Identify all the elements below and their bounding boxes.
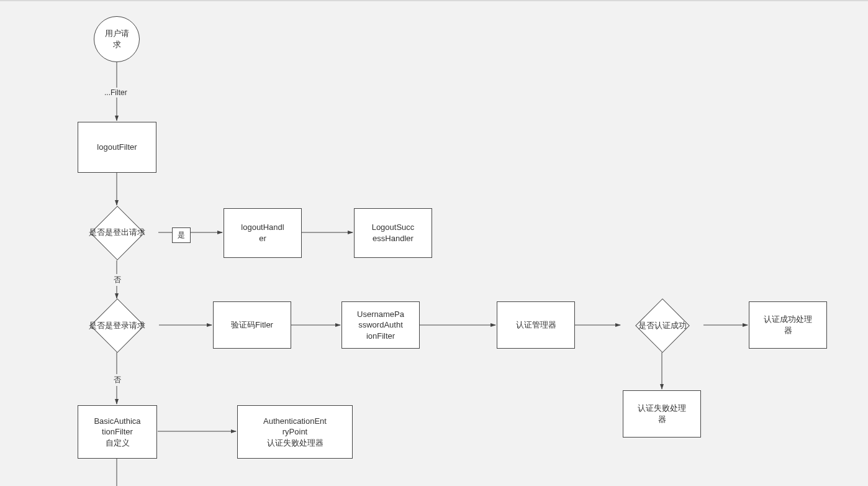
auth-manager-label: 认证管理器 [516,319,556,331]
auth-manager-node: 认证管理器 [497,301,575,349]
basic-auth-filter-node: BasicAuthica tionFilter 自定义 [78,405,157,459]
edge-label-yes: 是 [172,227,191,243]
logout-success-node: LogoutSucc essHandler [354,208,432,258]
auth-entry-point-node: AuthenticationEnt ryPoint 认证失败处理器 [237,405,353,459]
captcha-filter-node: 验证码Fitler [213,301,291,349]
is-logout-decision [90,206,145,260]
logout-handler-node: logoutHandl er [224,208,302,258]
start-node: 用户请 求 [94,16,140,62]
is-auth-ok-decision [635,298,690,353]
success-handler-node: 认证成功处理 器 [749,301,827,349]
username-password-filter-node: UsernamePa sswordAutht ionFilter [341,301,420,349]
is-login-decision [90,298,145,353]
logout-filter-node: logoutFilter [78,122,156,173]
success-handler-label: 认证成功处理 器 [764,314,812,336]
fail-handler-node: 认证失败处理 器 [623,390,701,438]
logout-filter-label: logoutFilter [97,142,137,153]
start-label: 用户请 求 [105,28,129,50]
username-password-filter-label: UsernamePa sswordAutht ionFilter [357,309,404,342]
edge-label-no-2: 否 [111,374,124,386]
edge-label-filter: ...Filter [102,88,130,98]
fail-handler-label: 认证失败处理 器 [638,403,686,424]
auth-entry-point-label: AuthenticationEnt ryPoint 认证失败处理器 [263,416,327,449]
logout-success-label: LogoutSucc essHandler [372,222,415,244]
captcha-filter-label: 验证码Fitler [231,319,273,331]
basic-auth-filter-label: BasicAuthica tionFilter 自定义 [94,416,140,449]
logout-handler-label: logoutHandl er [241,222,284,244]
edge-label-no-1: 否 [111,274,124,286]
